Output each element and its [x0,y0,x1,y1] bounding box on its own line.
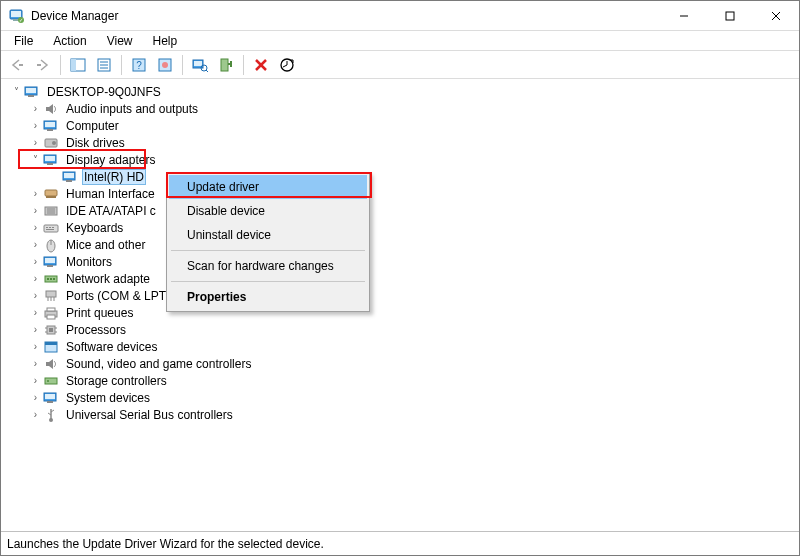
svg-line-24 [206,70,208,72]
tree-item-label: Keyboards [66,221,123,235]
tree-item-ports[interactable]: › Ports (COM & LPT) [24,287,799,304]
close-button[interactable] [753,1,799,30]
action-icon[interactable] [153,54,177,76]
svg-rect-84 [47,401,53,403]
expand-icon[interactable]: › [28,205,43,216]
collapse-icon[interactable]: ˅ [9,86,24,97]
ports-icon [43,288,59,304]
tree-item-label: Intel(R) HD [84,170,144,184]
tree-item-label: Print queues [66,306,133,320]
usb-icon [43,407,59,423]
cpu-icon [43,322,59,338]
nav-forward-button[interactable] [31,54,55,76]
tree-item-usb[interactable]: › Universal Serial Bus controllers [24,406,799,423]
svg-rect-53 [49,227,51,228]
svg-rect-59 [45,258,55,263]
svg-rect-41 [47,163,53,165]
tree-item-system[interactable]: › System devices [24,389,799,406]
expand-icon[interactable]: › [28,256,43,267]
add-legacy-hardware-button[interactable] [214,54,238,76]
expand-icon[interactable]: › [28,358,43,369]
svg-point-81 [47,380,49,382]
tree-item-computer[interactable]: › Computer [24,117,799,134]
tree-item-hid[interactable]: › Human Interface [24,185,799,202]
expand-icon[interactable]: › [28,273,43,284]
svg-rect-33 [28,95,34,97]
menu-separator [171,281,365,282]
properties-button[interactable] [92,54,116,76]
minimize-button[interactable] [661,1,707,30]
ctx-uninstall-device[interactable]: Uninstall device [169,223,367,247]
expand-icon[interactable]: › [28,409,43,420]
tree-item-label: Disk drives [66,136,125,150]
expand-icon[interactable]: › [28,188,43,199]
tree-item-keyboards[interactable]: › Keyboards [24,219,799,236]
expand-icon[interactable]: › [28,239,43,250]
expand-icon[interactable]: › [28,137,43,148]
tree-item-print[interactable]: › Print queues [24,304,799,321]
svg-rect-36 [47,129,53,131]
system-icon [43,390,59,406]
expand-icon[interactable]: › [28,324,43,335]
menu-file[interactable]: File [5,32,42,50]
nav-back-button[interactable] [5,54,29,76]
maximize-button[interactable] [707,1,753,30]
expand-icon[interactable]: › [28,392,43,403]
tree-item-mice[interactable]: › Mice and other [24,236,799,253]
expand-icon[interactable]: › [28,103,43,114]
collapse-icon[interactable]: ˅ [28,154,43,165]
titlebar: ✓ Device Manager [1,1,799,31]
tree-item-disk[interactable]: › Disk drives [24,134,799,151]
svg-rect-51 [44,225,58,232]
tree-item-label: Network adapte [66,272,150,286]
menu-view[interactable]: View [98,32,142,50]
expand-icon[interactable]: › [28,341,43,352]
toolbar-separator [60,55,61,75]
tree-root-label: DESKTOP-9Q0JNFS [47,85,161,99]
tree-item-display-adapters[interactable]: ˅ Display adapters [24,151,799,168]
toolbar-separator [243,55,244,75]
help-button[interactable]: ? [127,54,151,76]
menu-action[interactable]: Action [44,32,95,50]
expand-icon[interactable]: › [28,222,43,233]
tree-item-software[interactable]: › Software devices [24,338,799,355]
svg-text:✓: ✓ [19,17,23,23]
tree-item-sound[interactable]: › Sound, video and game controllers [24,355,799,372]
tree-item-network[interactable]: › Network adapte [24,270,799,287]
tree-item-monitors[interactable]: › Monitors [24,253,799,270]
expand-icon[interactable]: › [28,290,43,301]
tree-item-label: Ports (COM & LPT) [66,289,170,303]
tree-item-label: Human Interface [66,187,155,201]
mouse-icon [43,237,59,253]
ctx-update-driver[interactable]: Update driver [169,175,367,199]
svg-rect-35 [45,122,55,127]
scan-hardware-button[interactable] [188,54,212,76]
svg-rect-83 [45,394,55,399]
tree-item-processors[interactable]: › Processors [24,321,799,338]
tree-item-label: Sound, video and game controllers [66,357,251,371]
update-driver-button[interactable] [275,54,299,76]
show-hide-tree-button[interactable] [66,54,90,76]
ctx-properties[interactable]: Properties [169,285,367,309]
device-tree[interactable]: ˅ DESKTOP-9Q0JNFS › Audio inputs and out… [1,79,799,527]
svg-rect-25 [221,59,228,71]
ctx-disable-device[interactable]: Disable device [169,199,367,223]
svg-rect-62 [47,278,49,280]
ide-icon [43,203,59,219]
svg-rect-65 [46,291,56,297]
svg-rect-6 [726,12,734,20]
expand-icon[interactable]: › [28,120,43,131]
expand-icon[interactable]: › [28,307,43,318]
tree-item-audio[interactable]: › Audio inputs and outputs [24,100,799,117]
tree-item-ide[interactable]: › IDE ATA/ATAPI c [24,202,799,219]
tree-item-intel-hd[interactable]: Intel(R) HD [43,168,799,185]
tree-item-label: Storage controllers [66,374,167,388]
tree-item-label: Mice and other [66,238,145,252]
menu-help[interactable]: Help [144,32,187,50]
tree-root[interactable]: ˅ DESKTOP-9Q0JNFS [5,83,799,100]
ctx-scan-hardware[interactable]: Scan for hardware changes [169,254,367,278]
svg-rect-44 [66,180,72,182]
tree-item-storage[interactable]: › Storage controllers [24,372,799,389]
expand-icon[interactable]: › [28,375,43,386]
uninstall-device-button[interactable] [249,54,273,76]
